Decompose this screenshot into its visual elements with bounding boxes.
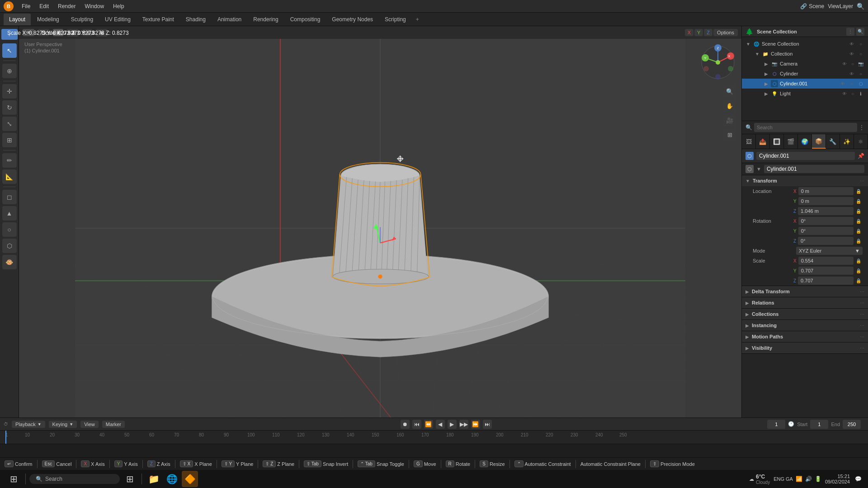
instancing-header[interactable]: ▶ Instancing ⋯ xyxy=(742,320,868,331)
scale-z-lock[interactable]: 🔒 xyxy=(854,277,863,285)
location-x-input[interactable]: 0 m xyxy=(798,187,854,195)
play-btn[interactable]: ▶ xyxy=(448,420,457,429)
scene-selector[interactable]: Scene xyxy=(809,3,824,9)
notification-btn[interactable]: 💬 xyxy=(854,474,863,483)
move-key[interactable]: G xyxy=(414,460,423,467)
snap-toggle-key[interactable]: ⌃ Tab xyxy=(358,460,375,467)
scene-col-eye-btn[interactable]: 👁 xyxy=(848,40,855,47)
playback-record-btn[interactable]: ⏺ xyxy=(401,420,410,429)
cam-restrict-btn[interactable]: ○ xyxy=(849,60,856,67)
light-info-btn[interactable]: ℹ xyxy=(857,90,864,97)
tool-add-cone[interactable]: ▲ xyxy=(2,206,17,221)
props-tab-particles[interactable]: ✨ xyxy=(840,134,854,149)
tool-add-monkey[interactable]: 🐵 xyxy=(2,255,17,269)
clock-widget[interactable]: 15:21 09/02/2024 xyxy=(825,474,850,484)
zoom-to-fit-btn[interactable]: 🔍 xyxy=(723,85,736,98)
light-restrict-btn[interactable]: ○ xyxy=(849,90,856,97)
cyl-eye-btn[interactable]: 👁 xyxy=(848,70,855,77)
tool-select[interactable]: ↖ xyxy=(2,43,17,58)
taskbar-blender[interactable]: 🔶 xyxy=(182,471,198,487)
tool-scale[interactable]: ⤡ xyxy=(2,117,17,131)
filter-search-btn[interactable]: 🔍 xyxy=(856,28,864,36)
tab-rendering[interactable]: Rendering xyxy=(248,14,283,25)
filter-all-btn[interactable]: ⋮ xyxy=(846,28,854,36)
motion-paths-section-menu[interactable]: ⋯ xyxy=(860,334,864,339)
menu-file[interactable]: File xyxy=(18,2,34,10)
menu-edit[interactable]: Edit xyxy=(36,2,52,10)
tool-add-cube[interactable]: ◻ xyxy=(2,190,17,204)
collections-header[interactable]: ▶ Collections ⋯ xyxy=(742,309,868,319)
outliner-item-cylinder[interactable]: ▶ ⬡ Cylinder 👁 ○ xyxy=(742,69,868,79)
next-keyframe-btn[interactable]: ▶▶ xyxy=(459,420,468,429)
axis-x-btn[interactable]: X xyxy=(685,29,693,36)
tray-language[interactable]: ENG GA xyxy=(774,476,793,482)
location-y-input[interactable]: 0 m xyxy=(798,197,854,205)
tab-sculpting[interactable]: Sculpting xyxy=(66,14,99,25)
delta-section-menu[interactable]: ⋯ xyxy=(860,289,864,294)
props-tab-output[interactable]: 📤 xyxy=(756,134,770,149)
tool-add-cylinder[interactable]: ⬡ xyxy=(2,239,17,253)
rotation-y-input[interactable]: 0° xyxy=(798,227,854,235)
marker-menu-btn[interactable]: Marker xyxy=(102,421,125,428)
visibility-section-menu[interactable]: ⋯ xyxy=(860,346,864,351)
cyl001-restrict-btn[interactable]: ○ xyxy=(848,80,855,87)
mesh-name-input[interactable] xyxy=(764,165,864,173)
tab-scripting[interactable]: Scripting xyxy=(379,14,411,25)
y-plane-key[interactable]: ⇧ Y xyxy=(222,460,235,467)
viewport-3d[interactable]: Scale X: 0.8273 Y: 0.8273 Z: 0.8273 👁 ⬡ … xyxy=(19,26,741,418)
tab-shading[interactable]: Shading xyxy=(180,14,211,25)
current-frame-input[interactable]: 1 xyxy=(767,420,785,429)
tab-layout[interactable]: Layout xyxy=(4,14,31,25)
cam-eye-btn[interactable]: 👁 xyxy=(841,60,848,67)
scale-y-lock[interactable]: 🔒 xyxy=(854,267,863,275)
visibility-header[interactable]: ▶ Visibility ⋯ xyxy=(742,343,868,353)
precision-mode-key[interactable]: ⇧ xyxy=(650,460,659,467)
snap-invert-key[interactable]: ⇧ Tab xyxy=(304,460,321,467)
scene-col-restrict-btn[interactable]: ○ xyxy=(857,40,864,47)
scene-view[interactable] xyxy=(19,39,741,418)
frame-end-input[interactable]: 250 xyxy=(843,420,861,429)
tab-animation[interactable]: Animation xyxy=(212,14,247,25)
outliner-item-scene-collection[interactable]: 🌐 Scene Collection 👁 ○ xyxy=(742,39,868,49)
rotation-mode-select[interactable]: XYZ Euler ▼ xyxy=(796,247,863,255)
menu-help[interactable]: Help xyxy=(109,2,128,10)
taskbar-search-bar[interactable]: 🔍 Search xyxy=(29,474,120,484)
light-eye-btn[interactable]: 👁 xyxy=(841,90,848,97)
delta-transform-header[interactable]: ▶ Delta Transform ⋯ xyxy=(742,286,868,297)
prev-keyframe-btn[interactable]: ◀ xyxy=(436,420,445,429)
view-layer-selector[interactable]: ViewLayer xyxy=(828,3,853,9)
transform-section-header[interactable]: ▼ Transform ⋯ xyxy=(742,175,868,186)
rotation-z-lock[interactable]: 🔒 xyxy=(854,237,863,245)
props-tab-render[interactable]: 🖼 xyxy=(742,134,756,149)
x-axis-key[interactable]: X xyxy=(81,460,90,467)
props-tab-view-layer[interactable]: 🔳 xyxy=(770,134,784,149)
timeline-panel-toggle[interactable]: ⏱ xyxy=(4,422,8,427)
transform-section-menu[interactable]: ⋯ xyxy=(860,178,864,183)
menu-render[interactable]: Render xyxy=(54,2,79,10)
tab-texture-paint[interactable]: Texture Paint xyxy=(137,14,179,25)
taskbar-file-explorer[interactable]: 📁 xyxy=(146,471,162,487)
start-button[interactable]: ⊞ xyxy=(5,471,22,487)
add-workspace-button[interactable]: + xyxy=(412,15,423,24)
rotation-x-input[interactable]: 0° xyxy=(798,217,854,225)
location-x-lock[interactable]: 🔒 xyxy=(854,187,863,195)
props-tab-modifiers[interactable]: 🔧 xyxy=(826,134,840,149)
z-plane-key[interactable]: ⇧ Z xyxy=(263,460,276,467)
weather-widget[interactable]: ☁ 6°C Cloudy xyxy=(749,474,770,485)
rotation-x-lock[interactable]: 🔒 xyxy=(854,217,863,225)
props-tab-physics[interactable]: ⚛ xyxy=(854,134,868,149)
props-tab-scene[interactable]: 🎬 xyxy=(784,134,798,149)
grab-btn[interactable]: ✋ xyxy=(723,99,736,112)
relations-header[interactable]: ▶ Relations ⋯ xyxy=(742,297,868,308)
tool-transform[interactable]: ⊞ xyxy=(2,133,17,147)
location-y-lock[interactable]: 🔒 xyxy=(854,197,863,205)
motion-paths-header[interactable]: ▶ Motion Paths ⋯ xyxy=(742,331,868,342)
axis-y-btn[interactable]: Y xyxy=(694,29,703,36)
scale-x-input[interactable]: 0.554 xyxy=(798,257,854,265)
battery-icon[interactable]: 🔋 xyxy=(815,476,821,482)
z-axis-key[interactable]: Z xyxy=(147,460,156,467)
confirm-key[interactable]: ↵ xyxy=(5,460,14,467)
tab-compositing[interactable]: Compositing xyxy=(285,14,326,25)
outliner-item-cylinder001[interactable]: ▶ ⬡ Cylinder.001 👁 ○ ⬡ xyxy=(742,79,868,89)
blender-logo[interactable]: B xyxy=(4,1,14,11)
